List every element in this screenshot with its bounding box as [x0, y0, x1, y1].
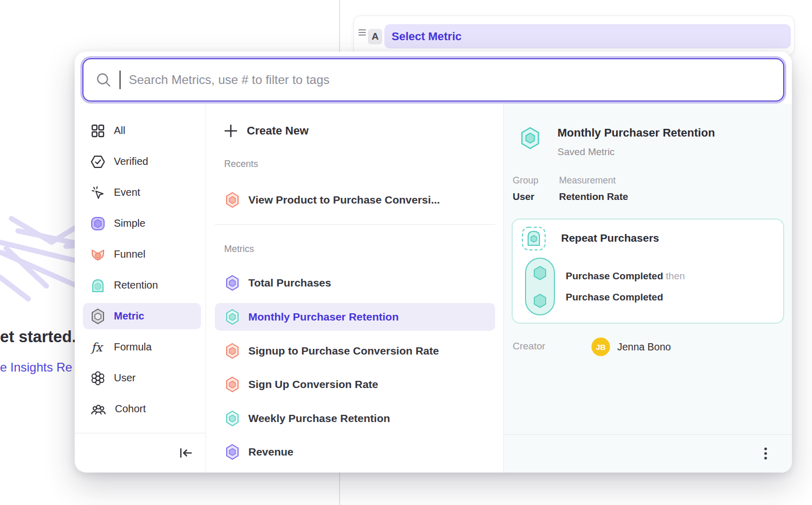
- recents-section-label: Recents: [224, 159, 258, 170]
- grid-icon: [91, 124, 105, 138]
- step-1-event: Purchase Completed: [566, 271, 663, 281]
- background-report-link[interactable]: e Insights Re: [0, 360, 72, 375]
- list-item-label: Total Purchases: [248, 277, 331, 289]
- group-label: Group: [513, 175, 538, 186]
- sidebar-item-user[interactable]: User: [83, 365, 201, 391]
- metrics-section-label: Metrics: [224, 244, 254, 255]
- list-item-signup-to-purchase[interactable]: Signup to Purchase Conversion Rate: [215, 337, 495, 365]
- search-placeholder: Search Metrics, use # to filter to tags: [129, 73, 330, 87]
- collapse-left-icon[interactable]: [179, 446, 193, 460]
- metric-hexagon-icon: [91, 308, 105, 325]
- saved-metric-name: Repeat Purchasers: [561, 232, 659, 244]
- retention-steps-icon: [521, 226, 546, 251]
- sidebar-item-metric[interactable]: Metric: [83, 303, 201, 329]
- series-letter-badge[interactable]: A: [368, 29, 382, 44]
- search-input[interactable]: Search Metrics, use # to filter to tags: [82, 58, 784, 102]
- funnel-steps-capsule: [525, 258, 555, 315]
- hexagon-icon-purple: [225, 444, 240, 460]
- text-caret: [120, 71, 121, 89]
- sidebar-item-label: User: [114, 372, 136, 384]
- definition-step-2: Purchase Completed: [566, 292, 663, 303]
- background-headline: et started.: [0, 328, 76, 346]
- step-hexagons: [533, 265, 547, 310]
- measurement-value: Retention Rate: [559, 191, 628, 203]
- list-divider: [215, 224, 495, 225]
- sidebar-item-label: Event: [114, 187, 140, 198]
- hexagon-icon-purple: [225, 275, 240, 291]
- list-item-sign-up-conversion[interactable]: Sign Up Conversion Rate: [215, 371, 495, 398]
- user-cluster-icon: [91, 371, 105, 385]
- metric-definition-card: Repeat Purchasers Purchase Completed the…: [512, 218, 784, 324]
- metric-details-panel: Monthly Purchaser Retention Saved Metric…: [504, 104, 792, 473]
- hexagon-icon-orange: [225, 192, 240, 208]
- list-item-label: Monthly Purchaser Retention: [248, 311, 399, 323]
- sidebar-item-label: All: [114, 125, 125, 137]
- list-item-recent[interactable]: View Product to Purchase Conversi...: [215, 186, 495, 214]
- list-item-revenue[interactable]: Revenue: [215, 438, 495, 466]
- list-item-label: Weekly Purchase Retention: [248, 412, 390, 425]
- measurement-label: Measurement: [559, 175, 616, 186]
- sidebar-item-retention[interactable]: Retention: [83, 272, 201, 298]
- retention-icon: [91, 278, 105, 293]
- creator-avatar: JB: [591, 338, 610, 356]
- definition-step-1: Purchase Completed then: [566, 271, 685, 282]
- filter-sidebar: All Verified: [75, 104, 206, 473]
- hexagon-icon-orange: [225, 343, 240, 359]
- details-footer: [504, 434, 792, 473]
- metric-list-column: Create New Recents View Product to Purch…: [206, 104, 504, 473]
- details-subtitle: Saved Metric: [557, 146, 615, 158]
- sidebar-item-label: Cohort: [115, 403, 146, 415]
- creator-label: Creator: [513, 341, 545, 352]
- creator-name: Jenna Bono: [617, 341, 671, 353]
- sidebar-item-label: Metric: [114, 310, 144, 322]
- list-item-weekly-purchase-retention[interactable]: Weekly Purchase Retention: [215, 405, 495, 432]
- sidebar-item-label: Retention: [114, 279, 158, 291]
- sidebar-item-label: Funnel: [114, 248, 145, 260]
- sidebar-item-all[interactable]: All: [83, 117, 201, 144]
- sidebar-footer: [75, 433, 206, 473]
- list-item-label: Sign Up Conversion Rate: [248, 378, 378, 391]
- svg-text:ƒx: ƒx: [91, 341, 104, 354]
- sidebar-item-verified[interactable]: Verified: [83, 148, 201, 175]
- hexagon-icon-teal: [520, 126, 540, 150]
- sidebar-item-label: Simple: [114, 217, 145, 229]
- metric-row-card: A Select Metric: [353, 15, 794, 56]
- group-value: User: [513, 191, 534, 203]
- hexagon-icon-orange: [225, 376, 240, 393]
- list-item-label: View Product to Purchase Conversi...: [248, 194, 440, 206]
- metric-picker-modal: Search Metrics, use # to filter to tags …: [75, 52, 792, 473]
- create-new-label: Create New: [247, 124, 309, 138]
- cursor-click-icon: [91, 186, 105, 200]
- cohort-icon: [91, 402, 106, 416]
- kebab-menu-icon[interactable]: [763, 446, 768, 462]
- sidebar-item-label: Verified: [114, 156, 148, 167]
- sidebar-item-funnel[interactable]: Funnel: [83, 241, 201, 267]
- simple-metric-icon: [91, 216, 105, 231]
- formula-icon: ƒx: [91, 340, 105, 355]
- sidebar-item-formula[interactable]: ƒx Formula: [83, 334, 201, 360]
- list-item-label: Revenue: [248, 446, 294, 458]
- then-connector: then: [666, 271, 685, 281]
- sidebar-item-simple[interactable]: Simple: [83, 210, 201, 237]
- search-icon: [96, 72, 111, 88]
- sidebar-item-label: Formula: [114, 341, 151, 353]
- details-title: Monthly Purchaser Retention: [557, 126, 715, 140]
- hexagon-icon-teal: [225, 309, 240, 325]
- list-item-total-purchases[interactable]: Total Purchases: [215, 269, 495, 297]
- screen: et started. e Insights Re A Select Metri…: [0, 0, 812, 505]
- sidebar-item-event[interactable]: Event: [83, 179, 201, 206]
- select-metric-button[interactable]: Select Metric: [384, 24, 791, 48]
- plus-icon: [224, 124, 238, 138]
- hexagon-icon-teal: [225, 410, 240, 427]
- list-item-monthly-purchaser-retention[interactable]: Monthly Purchaser Retention: [215, 303, 495, 331]
- list-item-label: Signup to Purchase Conversion Rate: [248, 345, 439, 357]
- create-new-button[interactable]: Create New: [224, 119, 309, 143]
- hamburger-icon[interactable]: [358, 28, 367, 37]
- verified-badge-icon: [91, 154, 105, 170]
- sidebar-item-cohort[interactable]: Cohort: [83, 396, 201, 422]
- funnel-icon: [91, 247, 105, 262]
